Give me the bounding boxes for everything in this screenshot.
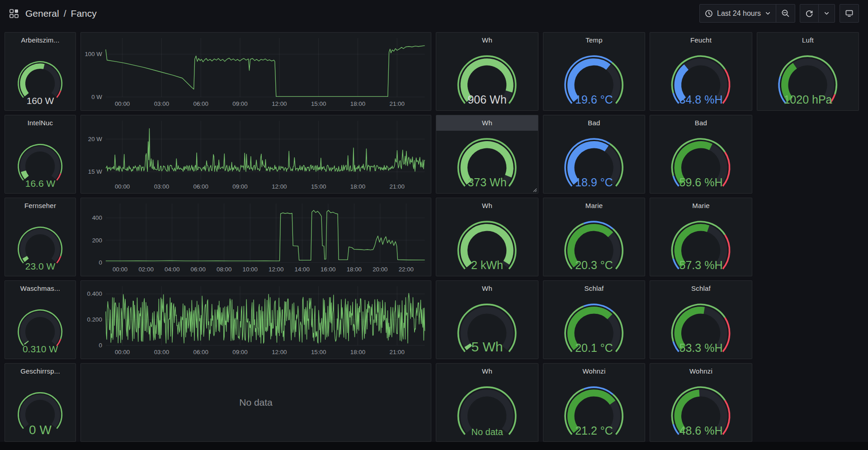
timeseries-chart[interactable]: 020040000:0002:0004:0006:0008:0010:0012:…: [81, 198, 431, 276]
gauge: 373 Wh: [436, 131, 538, 193]
gauge: 5 Wh: [436, 296, 538, 359]
panel-title[interactable]: Geschirrsp...: [5, 364, 75, 379]
panel-wh-waschmaschine: Wh5 Wh: [436, 280, 538, 359]
panel-marie-hum: Marie57.3 %H: [650, 198, 752, 276]
panel-title[interactable]: Fernseher: [5, 198, 75, 213]
gauge: 57.3 %H: [650, 213, 752, 276]
panel-title[interactable]: Bad: [543, 115, 645, 131]
zoom-out-icon: [781, 9, 790, 18]
timeseries-chart[interactable]: 15 W20 W00:0003:0006:0009:0012:0015:0018…: [81, 115, 431, 193]
refresh-interval-dropdown[interactable]: [818, 5, 835, 22]
kiosk-monitor-icon: [845, 9, 854, 18]
panel-title[interactable]: IntelNuc: [5, 115, 75, 131]
zoom-out-button[interactable]: [776, 5, 795, 22]
breadcrumb-dashboard[interactable]: Fancy: [71, 8, 97, 19]
gauge: 20.3 °C: [543, 213, 645, 276]
gauge: 20.1 °C: [543, 296, 645, 359]
svg-text:02:00: 02:00: [138, 266, 153, 273]
svg-text:12:00: 12:00: [269, 266, 283, 273]
breadcrumb: General / Fancy: [25, 8, 97, 19]
svg-text:00:00: 00:00: [113, 266, 127, 273]
time-picker-button[interactable]: Last 24 hours: [700, 5, 776, 22]
panel-wohnzi-temp: Wohnzi21.2 °C: [543, 363, 645, 442]
gauge-value: 0 W: [5, 423, 75, 437]
svg-text:20 W: 20 W: [88, 136, 103, 142]
gauge: No data: [436, 379, 538, 441]
svg-text:00:00: 00:00: [115, 183, 130, 190]
breadcrumb-folder[interactable]: General: [25, 8, 59, 19]
panel-resize-handle[interactable]: [532, 187, 537, 192]
clock-icon: [705, 9, 713, 18]
panel-schlaf-hum: Schlaf53.3 %H: [650, 280, 752, 359]
svg-text:15 W: 15 W: [88, 168, 103, 175]
svg-text:21:00: 21:00: [390, 100, 405, 107]
gauge-value: 57.3 %H: [650, 259, 752, 272]
svg-text:0: 0: [99, 342, 102, 349]
gauge: 0.310 W: [5, 296, 75, 359]
panel-title[interactable]: Schlaf: [543, 281, 645, 296]
panel-title[interactable]: Arbeitszim...: [5, 33, 75, 48]
svg-text:0: 0: [99, 259, 102, 266]
svg-text:06:00: 06:00: [193, 100, 208, 107]
gauge-value: 19.6 °C: [543, 93, 645, 106]
panel-title[interactable]: Temp: [543, 33, 645, 48]
panel-wh-arbeitszimmer: Wh906 Wh: [436, 32, 538, 111]
panel-title[interactable]: Luft: [757, 33, 859, 48]
panel-title[interactable]: Wh: [436, 33, 538, 48]
gauge-value: 53.3 %H: [650, 341, 752, 355]
panel-title[interactable]: Marie: [650, 198, 752, 213]
gauge: 53.3 %H: [650, 296, 752, 359]
panel-arbeitszimmer-graph: 0 W100 W00:0003:0006:0009:0012:0015:0018…: [80, 32, 431, 111]
panel-luft: Luft1020 hPa: [757, 32, 859, 111]
gauge-value: 59.6 %H: [650, 176, 752, 189]
panel-wh-fernseher: Wh2 kWh: [436, 198, 538, 276]
panel-intelnuc: IntelNuc16.6 W: [5, 115, 76, 194]
timeseries-chart[interactable]: 0 W100 W00:0003:0006:0009:0012:0015:0018…: [81, 33, 431, 110]
gauge: 48.6 %H: [650, 379, 752, 441]
timeseries-chart[interactable]: 00.2000.40000:0003:0006:0009:0012:0015:0…: [81, 281, 431, 359]
panel-title[interactable]: Bad: [650, 115, 752, 131]
gauge: 59.6 %H: [650, 131, 752, 193]
svg-text:00:00: 00:00: [115, 100, 130, 107]
gauge-value: 906 Wh: [436, 93, 538, 106]
svg-text:03:00: 03:00: [154, 183, 169, 190]
panel-title[interactable]: Wohnzi: [650, 364, 752, 379]
svg-text:22:00: 22:00: [399, 266, 414, 273]
panel-title[interactable]: Schlaf: [650, 281, 752, 296]
gauge: 21.2 °C: [543, 379, 645, 441]
panel-title[interactable]: Wh: [436, 115, 538, 131]
svg-text:06:00: 06:00: [193, 183, 208, 190]
svg-text:10:00: 10:00: [243, 266, 258, 273]
panel-title[interactable]: Wh: [436, 198, 538, 213]
no-data-message: No data: [81, 364, 431, 441]
panel-arbeitszimmer: Arbeitszim...160 W: [5, 32, 76, 111]
panel-wohnzi-hum: Wohnzi48.6 %H: [650, 363, 752, 442]
svg-text:12:00: 12:00: [272, 349, 287, 355]
gauge: 23.0 W: [5, 213, 75, 276]
svg-text:18:00: 18:00: [350, 349, 365, 355]
panel-geschirrspueler: Geschirrsp...0 W: [5, 363, 76, 442]
chevron-down-icon: [765, 10, 771, 16]
gauge: 906 Wh: [436, 48, 538, 110]
gauge-value: 23.0 W: [5, 261, 75, 272]
panel-title[interactable]: Wh: [436, 364, 538, 379]
svg-text:15:00: 15:00: [311, 100, 326, 107]
gauge: 160 W: [5, 48, 75, 110]
svg-text:20:00: 20:00: [373, 266, 387, 273]
panel-title[interactable]: Marie: [543, 198, 645, 213]
refresh-button[interactable]: [800, 5, 818, 22]
svg-text:14:00: 14:00: [295, 266, 310, 273]
gauge: 2 kWh: [436, 213, 538, 276]
panel-title[interactable]: Wohnzi: [543, 364, 645, 379]
panel-title[interactable]: Feucht: [650, 33, 752, 48]
gauge: 16.6 W: [5, 131, 75, 193]
dashboards-grid-icon[interactable]: [9, 9, 19, 19]
panel-title[interactable]: Wh: [436, 281, 538, 296]
panel-title[interactable]: Waschmas...: [5, 281, 75, 296]
panel-schlaf-temp: Schlaf20.1 °C: [543, 280, 645, 359]
kiosk-mode-button[interactable]: [840, 5, 859, 22]
panel-bad-temp: Bad18.9 °C: [543, 115, 645, 194]
svg-text:21:00: 21:00: [390, 349, 405, 355]
dashboard-grid: Arbeitszim...160 W0 W100 W00:0003:0006:0…: [0, 27, 868, 442]
svg-text:0.200: 0.200: [87, 316, 102, 323]
